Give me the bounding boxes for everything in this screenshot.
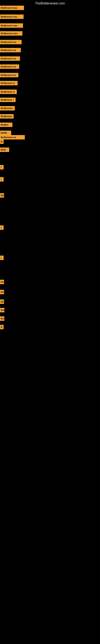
- bottleneck-bar: Bottleneck resu: [0, 6, 24, 10]
- bottleneck-bar: Bottleneck resu: [0, 31, 22, 36]
- bottleneck-bar: Bottleneck r: [0, 98, 16, 102]
- bottleneck-bar: Bott: [0, 316, 4, 321]
- bottleneck-bar: Bo: [0, 280, 4, 284]
- bottleneck-bar: Bot: [0, 308, 4, 312]
- bottleneck-bar: Bottl: [0, 148, 9, 152]
- bottleneck-bar: B: [0, 325, 3, 329]
- bottleneck-bar: Bottleneck resu: [0, 14, 24, 19]
- bottleneck-bar: Bottleneck re: [0, 90, 17, 94]
- bottleneck-bar: Bottleneck r: [0, 106, 15, 110]
- bottleneck-bar: Bottleneck: [0, 114, 14, 118]
- bottleneck-bar: Bo: [0, 193, 4, 198]
- bottleneck-bar: Bottle: [0, 130, 11, 135]
- bottleneck-bar: Bottleneck res: [0, 56, 20, 61]
- bottleneck-bar: Bottleneck res: [0, 135, 25, 140]
- bottleneck-bar: Bottleneck res: [0, 40, 22, 44]
- bottleneck-bar: |: [0, 256, 3, 260]
- bottleneck-bar: B: [0, 140, 3, 144]
- bottleneck-bar: |: [0, 177, 3, 182]
- bottleneck-bar: Bottleneck res: [0, 73, 18, 77]
- bottleneck-bar: Bottlen: [0, 122, 12, 127]
- bottleneck-bar: Bo: [0, 290, 4, 294]
- bottleneck-bar: Bottleneck resu: [0, 23, 23, 28]
- bottleneck-bar: Bottleneck res: [0, 48, 21, 52]
- bottleneck-bar: Bo: [0, 300, 4, 304]
- bottleneck-bar: Bottleneck re: [0, 81, 18, 85]
- bottleneck-bar: |: [0, 165, 3, 170]
- bottleneck-bar: Bottleneck res: [0, 64, 19, 69]
- bottleneck-bar: |: [0, 226, 3, 230]
